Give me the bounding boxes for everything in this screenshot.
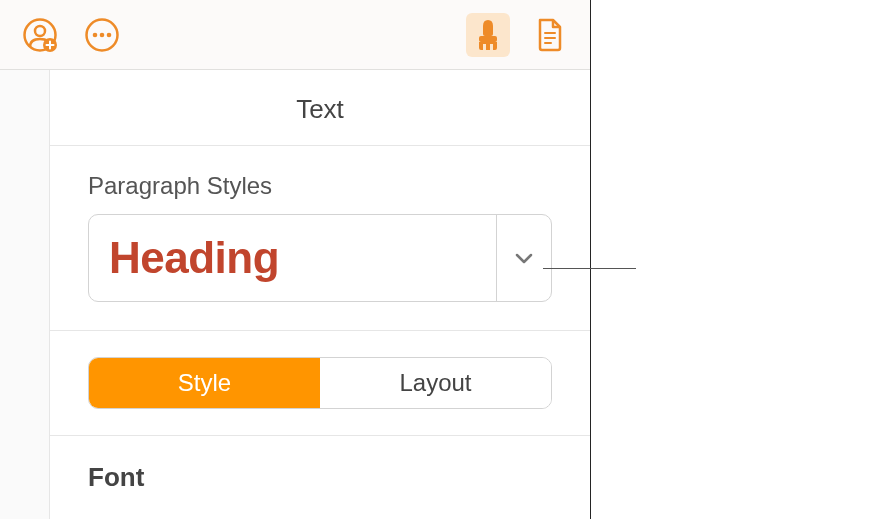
tab-style[interactable]: Style: [89, 358, 320, 408]
svg-point-6: [107, 32, 112, 37]
font-label: Font: [88, 462, 552, 493]
panel-title: Text: [50, 70, 590, 146]
paragraph-style-value: Heading: [89, 233, 496, 283]
chevron-down-icon: [515, 252, 533, 264]
svg-point-4: [93, 32, 98, 37]
dropdown-arrow-button[interactable]: [496, 215, 551, 301]
font-section: Font: [50, 436, 590, 519]
collaborate-button[interactable]: [18, 13, 62, 57]
collaborate-icon: [22, 17, 58, 53]
document-button[interactable]: [528, 13, 572, 57]
paragraph-styles-section: Paragraph Styles Heading: [50, 146, 590, 331]
paragraph-styles-label: Paragraph Styles: [88, 172, 552, 200]
document-icon: [536, 18, 564, 52]
svg-point-1: [35, 26, 45, 36]
callout-line: [543, 268, 636, 269]
tab-layout[interactable]: Layout: [320, 358, 551, 408]
paragraph-style-dropdown[interactable]: Heading: [88, 214, 552, 302]
format-button[interactable]: [466, 13, 510, 57]
svg-rect-7: [479, 36, 497, 42]
more-button[interactable]: [80, 13, 124, 57]
toolbar: [0, 0, 590, 70]
format-brush-icon: [473, 18, 503, 52]
more-icon: [84, 17, 120, 53]
tabs-section: Style Layout: [50, 331, 590, 436]
left-sidebar-edge: [0, 70, 50, 519]
format-panel: Text Paragraph Styles Heading Style Layo…: [50, 70, 590, 519]
svg-point-5: [100, 32, 105, 37]
style-layout-tabs: Style Layout: [88, 357, 552, 409]
